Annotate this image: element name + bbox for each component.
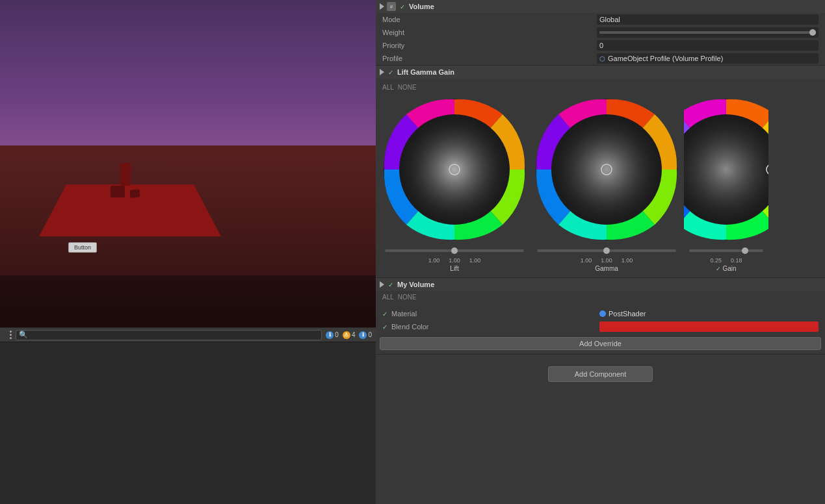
gamma-val-b: 1.00: [622, 257, 633, 264]
mode-label: Mode: [382, 16, 597, 23]
volume-section: # ✓ Volume Mode Global Weight Priority 0: [376, 0, 825, 66]
add-component-container: Add Component: [376, 355, 825, 394]
gamma-val-r: 1.00: [581, 257, 592, 264]
scene-object-1: [120, 163, 131, 186]
gain-slider[interactable]: [684, 244, 768, 257]
my-volume-header[interactable]: ✓ My Volume: [376, 278, 825, 291]
color-wheels-row: 1.00 1.00 1.00 Lift: [380, 95, 821, 272]
gain-check-icon[interactable]: ✓: [716, 266, 721, 272]
scene-ui-button[interactable]: Button: [68, 242, 97, 253]
info-count-2: 0: [368, 331, 372, 338]
my-volume-section: ✓ My Volume ALL NONE ✓ Material PostShad…: [376, 278, 825, 355]
gamma-label: Gamma: [595, 265, 618, 272]
warn-icon: ⚠: [343, 331, 350, 339]
lift-val-b: 1.00: [469, 257, 481, 264]
priority-value[interactable]: 0: [597, 40, 818, 51]
info-badge-1: ℹ 0: [324, 331, 340, 339]
more-options-icon[interactable]: [5, 330, 16, 340]
hash-icon: #: [387, 2, 396, 11]
lift-label-row: Lift: [450, 265, 458, 272]
material-blue-dot: [599, 310, 606, 317]
scene-object-3: [130, 189, 140, 197]
mode-value[interactable]: Global: [597, 14, 818, 25]
gain-wheel-item: 0.25 0.18 ✓ Gain: [684, 95, 768, 272]
volume-section-header[interactable]: # ✓ Volume: [376, 0, 825, 13]
console-panel: [0, 342, 376, 504]
gamma-color-wheel[interactable]: [532, 95, 681, 244]
blend-color-swatch[interactable]: [599, 321, 818, 332]
lift-values: 1.00 1.00 1.00: [428, 257, 481, 264]
scene-object-2: [111, 186, 125, 197]
volume-section-title: Volume: [409, 3, 434, 10]
my-volume-enabled-check[interactable]: ✓: [387, 281, 395, 288]
weight-row: Weight: [376, 26, 825, 39]
lift-slider-thumb[interactable]: [451, 247, 458, 254]
my-volume-collapse-icon: [380, 281, 384, 288]
lift-color-wheel[interactable]: [380, 95, 529, 244]
profile-row: Profile ⬡ GameObject Profile (Volume Pro…: [376, 52, 825, 65]
gain-slider-thumb[interactable]: [742, 247, 748, 254]
lgg-section-header[interactable]: ✓ Lift Gamma Gain: [376, 66, 825, 79]
lift-label: Lift: [450, 265, 458, 272]
gain-label: Gain: [722, 265, 736, 272]
all-none-row: ALL NONE: [380, 84, 821, 91]
volume-enabled-check[interactable]: ✓: [399, 3, 406, 10]
gamma-val-g: 1.00: [601, 257, 612, 264]
search-bar: 🔍: [16, 330, 322, 340]
warn-count: 4: [352, 331, 356, 338]
search-icon: 🔍: [19, 331, 28, 339]
lgg-section-title: Lift Gamma Gain: [397, 68, 454, 76]
gain-val-1: 0.25: [710, 257, 722, 264]
info-count-1: 0: [335, 331, 339, 338]
svg-point-6: [551, 114, 662, 225]
inspector-panel: # ✓ Volume Mode Global Weight Priority 0: [376, 0, 825, 504]
color-wheel-container: ALL NONE: [376, 79, 825, 277]
add-component-button[interactable]: Add Component: [548, 366, 653, 382]
gamma-label-row: Gamma: [595, 265, 618, 272]
gain-val-2: 0.18: [731, 257, 742, 264]
material-value-container: PostShader: [599, 310, 818, 318]
profile-text: GameObject Profile (Volume Profile): [608, 55, 723, 62]
blend-check[interactable]: ✓: [382, 323, 387, 331]
blend-label: Blend Color: [391, 323, 599, 331]
my-volume-all-none: ALL NONE: [376, 291, 825, 303]
scene-viewport: Button: [0, 0, 376, 327]
gamma-slider-thumb[interactable]: [603, 247, 610, 254]
svg-point-2: [399, 114, 510, 225]
left-panel: Button 🔍 ℹ 0 ⚠ 4 ℹ 0: [0, 0, 376, 504]
priority-label: Priority: [382, 42, 597, 49]
none-button[interactable]: NONE: [398, 84, 417, 91]
my-volume-none-btn[interactable]: NONE: [398, 294, 417, 301]
all-button[interactable]: ALL: [382, 84, 394, 91]
priority-row: Priority 0: [376, 39, 825, 52]
lgg-enabled-check[interactable]: ✓: [387, 68, 395, 76]
gain-label-row: ✓ Gain: [716, 265, 736, 272]
lift-wheel-item: 1.00 1.00 1.00 Lift: [380, 95, 529, 272]
profile-icon: ⬡: [599, 55, 605, 62]
svg-point-10: [684, 114, 768, 225]
info-icon-2: ℹ: [359, 331, 367, 339]
my-volume-all-btn[interactable]: ALL: [382, 294, 394, 301]
gain-color-wheel[interactable]: [684, 95, 768, 244]
profile-value[interactable]: ⬡ GameObject Profile (Volume Profile): [597, 53, 818, 64]
lift-val-g: 1.00: [449, 257, 460, 264]
lift-slider[interactable]: [380, 244, 529, 257]
lift-gamma-gain-section: ✓ Lift Gamma Gain ALL NONE: [376, 66, 825, 278]
collapse-triangle-icon: [380, 3, 384, 10]
status-indicators: ℹ 0 ⚠ 4 ℹ 0: [324, 331, 373, 339]
mode-row: Mode Global: [376, 13, 825, 26]
profile-label: Profile: [382, 55, 597, 62]
scene-toolbar: 🔍 ℹ 0 ⚠ 4 ℹ 0: [0, 327, 376, 342]
material-check[interactable]: ✓: [382, 310, 387, 318]
add-override-button[interactable]: Add Override: [380, 337, 821, 350]
lgg-collapse-icon: [380, 69, 384, 75]
material-value[interactable]: PostShader: [609, 310, 646, 318]
gamma-wheel-item: 1.00 1.00 1.00 Gamma: [532, 95, 681, 272]
material-label: Material: [391, 310, 599, 318]
info-badge-2: ℹ 0: [358, 331, 373, 339]
warn-badge: ⚠ 4: [341, 331, 357, 339]
my-volume-title: My Volume: [397, 281, 434, 288]
weight-slider[interactable]: [597, 27, 818, 38]
info-icon-1: ℹ: [326, 331, 334, 339]
gamma-slider[interactable]: [532, 244, 681, 257]
